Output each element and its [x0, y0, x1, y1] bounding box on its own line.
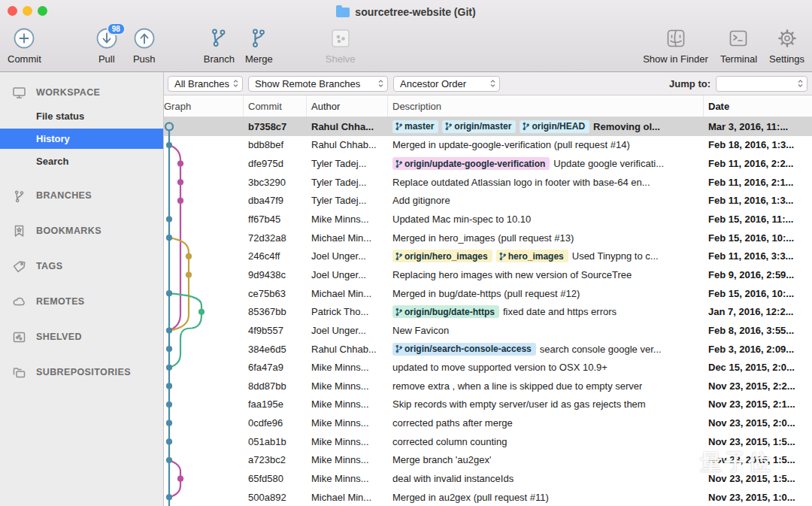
cloud-icon: [11, 295, 27, 309]
graph-cell: [164, 377, 244, 395]
commit-author: Michael Min...: [307, 492, 388, 503]
jump-to-select[interactable]: [716, 76, 807, 92]
window-title: sourcetree-website (Git): [355, 6, 475, 18]
commit-hash: bdb8bef: [244, 139, 307, 150]
table-row[interactable]: ce75b63Michael Min...Merged in bug/date-…: [164, 284, 812, 303]
shelve-button[interactable]: Shelve: [326, 26, 356, 65]
push-button[interactable]: Push: [133, 26, 156, 65]
table-row[interactable]: 9d9438cJoel Unger...Replacing hero image…: [164, 265, 812, 284]
pull-button[interactable]: 98 Pull: [95, 26, 118, 65]
sidebar-item-history[interactable]: History: [0, 129, 163, 149]
minimize-window-button[interactable]: [23, 6, 32, 16]
commit-date: Feb 18, 2016, 1:3...: [704, 139, 812, 150]
commit-author: Mike Minns...: [307, 473, 388, 484]
commit-author: Joel Unger...: [307, 325, 388, 336]
table-row[interactable]: 0cdfe96Mike Minns...corrected paths afte…: [164, 414, 812, 432]
sidebar-section-tags[interactable]: TAGS: [0, 255, 163, 277]
commit-author: Mike Minns...: [307, 454, 388, 465]
chevron-updown-icon: [232, 79, 239, 88]
graph-cell: [164, 451, 244, 470]
table-row[interactable]: ff67b45Mike Minns...Updated Mac min-spec…: [164, 210, 812, 229]
table-row[interactable]: 72d32a8Michael Min...Merged in hero_imag…: [164, 229, 812, 247]
graph-cell: [164, 284, 244, 303]
commit-date: Nov 23, 2015, 1:5...: [704, 436, 812, 447]
zoom-window-button[interactable]: [38, 6, 47, 16]
sidebar-section-branches[interactable]: BRANCHES: [0, 184, 163, 207]
table-row[interactable]: 85367bbPatrick Tho...origin/bug/date-htt…: [164, 302, 812, 321]
table-row[interactable]: b7358c7Rahul Chha...masterorigin/mastero…: [164, 117, 812, 136]
commit-description: masterorigin/masterorigin/HEADRemoving o…: [388, 120, 704, 133]
sort-order-select[interactable]: Ancestor Order: [393, 76, 500, 92]
commit-date: Nov 23, 2015, 2:1...: [704, 398, 812, 410]
table-row[interactable]: 8dd87bbMike Minns...remove extra , when …: [164, 377, 812, 395]
sidebar-section-subrepositories[interactable]: SUBREPOSITORIES: [0, 361, 163, 383]
terminal-button[interactable]: Terminal: [720, 26, 757, 65]
commit-author: Mike Minns...: [307, 398, 388, 410]
table-row[interactable]: bdb8befRahul Chhab...Merged in update-go…: [164, 136, 812, 155]
commit-description: New Favicon: [388, 325, 704, 336]
commit-date: Mar 3, 2016, 11:...: [704, 121, 812, 132]
branch-filter-select[interactable]: All Branches: [168, 76, 243, 92]
column-header-description[interactable]: Description: [388, 95, 704, 117]
commit-hash: 384e6d5: [244, 344, 307, 355]
commit-author: Mike Minns...: [307, 417, 388, 429]
commit-author: Michael Min...: [307, 288, 388, 299]
tag-icon: [11, 259, 27, 274]
window-chrome: sourcetree-website (Git) Commit 98 Pull …: [0, 0, 812, 72]
commit-description: Add gitignore: [388, 195, 704, 206]
column-header-graph[interactable]: Graph: [164, 95, 244, 117]
commit-hash: 72d32a8: [244, 232, 307, 244]
table-row[interactable]: 6fa47a9Mike Minns...updated to move supp…: [164, 358, 812, 377]
branch-label: origin/bug/date-https: [392, 305, 499, 318]
jump-to-label: Jump to:: [669, 78, 710, 89]
close-window-button[interactable]: [8, 6, 17, 16]
sidebar-section-workspace[interactable]: WORKSPACE: [0, 81, 163, 104]
commit-hash: 6fa47a9: [244, 362, 307, 373]
table-row[interactable]: 3bc3290Tyler Tadej...Replace outdated At…: [164, 173, 812, 192]
commit-author: Tyler Tadej...: [307, 177, 388, 188]
table-row[interactable]: dba47f9Tyler Tadej...Add gitignoreFeb 11…: [164, 192, 812, 211]
sidebar-item-search[interactable]: Search: [0, 151, 163, 171]
table-row[interactable]: 500a892Michael Min...Merged in au2gex (p…: [164, 488, 812, 506]
commit-author: Mike Minns...: [307, 362, 388, 373]
show-in-finder-button[interactable]: Show in Finder: [643, 26, 708, 65]
commit-button[interactable]: Commit: [8, 26, 41, 65]
sidebar-section-remotes[interactable]: REMOTES: [0, 290, 163, 313]
table-row[interactable]: 384e6d5Rahul Chhab...origin/search-conso…: [164, 340, 812, 359]
table-row[interactable]: faa195eMike Minns...Skip records with em…: [164, 395, 812, 414]
commit-date: Feb 11, 2016, 2:1...: [704, 177, 812, 188]
sidebar-section-shelved[interactable]: SHELVED: [0, 326, 163, 348]
commit-hash: 3bc3290: [244, 177, 307, 188]
commit-description: Replacing hero images with new version o…: [388, 269, 704, 280]
commit-author: Rahul Chha...: [307, 121, 388, 132]
sidebar-item-file-status[interactable]: File status: [0, 106, 163, 126]
commit-description: Replace outdated Atlassian logo in foote…: [388, 177, 704, 188]
commit-date: Feb 9, 2016, 2:59...: [704, 269, 812, 280]
commit-date: Dec 15, 2015, 2:0...: [704, 362, 812, 373]
column-header-commit[interactable]: Commit: [244, 95, 307, 117]
table-row[interactable]: 246c4ffJoel Unger...origin/hero_imageshe…: [164, 247, 812, 265]
commit-description: Skip records with empty server/user id a…: [388, 398, 704, 410]
commit-date: Feb 15, 2016, 10:...: [704, 288, 812, 299]
table-row[interactable]: 4f9b557Joel Unger...New FaviconFeb 8, 20…: [164, 321, 812, 340]
graph-cell: [164, 117, 244, 136]
commit-hash: 051ab1b: [244, 436, 307, 447]
settings-button[interactable]: Settings: [769, 26, 804, 65]
column-header-date[interactable]: Date: [704, 95, 812, 117]
graph-cell: [164, 229, 244, 247]
commit-hash: b7358c7: [244, 121, 307, 132]
table-row[interactable]: dfe975dTyler Tadej...origin/update-googl…: [164, 154, 812, 173]
commit-description: Merged in au2gex (pull request #11): [388, 492, 704, 503]
graph-cell: [164, 414, 244, 432]
graph-cell: [164, 469, 244, 488]
column-header-author[interactable]: Author: [307, 95, 388, 117]
watermark: 量子位: [671, 447, 772, 478]
commit-date: Nov 23, 2015, 1:0...: [704, 492, 812, 503]
remote-branches-select[interactable]: Show Remote Branches: [248, 76, 388, 92]
branch-button[interactable]: Branch: [204, 26, 235, 65]
merge-button[interactable]: Merge: [245, 26, 273, 65]
sidebar-section-bookmarks[interactable]: BOOKMARKS: [0, 220, 163, 242]
commit-description: corrected paths after merge: [388, 417, 704, 429]
commit-hash: 65fd580: [244, 473, 307, 484]
filter-bar: All Branches Show Remote Branches Ancest…: [164, 72, 812, 95]
